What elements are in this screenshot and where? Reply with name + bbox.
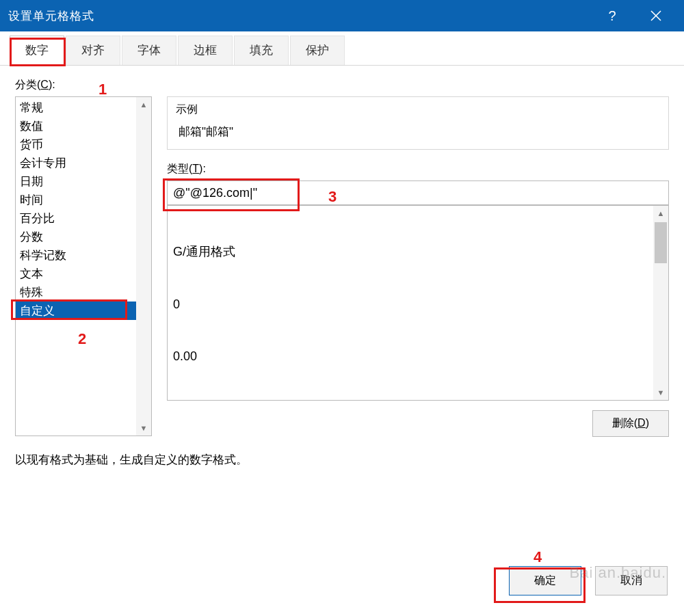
tab-protect[interactable]: 保护	[290, 36, 345, 65]
category-item[interactable]: 会计专用	[16, 154, 136, 172]
close-icon[interactable]	[639, 0, 673, 31]
tab-align[interactable]: 对齐	[66, 36, 120, 65]
category-label: 分类(C):	[15, 78, 55, 92]
category-item[interactable]: 货币	[16, 135, 136, 154]
category-item[interactable]: 文本	[16, 265, 136, 283]
category-item[interactable]: 分数	[16, 228, 136, 246]
type-input[interactable]	[167, 180, 669, 205]
format-item[interactable]: 0.00	[173, 348, 653, 366]
category-item[interactable]: 特殊	[16, 283, 136, 302]
category-item-custom[interactable]: 自定义	[16, 302, 136, 320]
tab-border[interactable]: 边框	[178, 36, 233, 65]
category-item[interactable]: 常规	[16, 98, 136, 117]
cancel-button[interactable]: 取消	[595, 566, 668, 595]
tab-font[interactable]: 字体	[122, 36, 176, 65]
format-listbox[interactable]: G/通用格式 0 0.00 #,##0 #,##0.00 _ * #,##0_ …	[167, 205, 669, 401]
category-item[interactable]: 时间	[16, 191, 136, 209]
category-listbox[interactable]: 常规 数值 货币 会计专用 日期 时间 百分比 分数 科学记数 文本 特殊 自定…	[15, 96, 152, 436]
hint-text: 以现有格式为基础，生成自定义的数字格式。	[15, 452, 669, 468]
title-bar: 设置单元格格式 ?	[0, 0, 684, 31]
example-value: 邮箱"邮箱"	[176, 124, 660, 139]
scroll-down-icon[interactable]: ▼	[136, 420, 151, 436]
format-item[interactable]: 0	[173, 296, 653, 314]
help-icon[interactable]: ?	[595, 0, 629, 31]
delete-button[interactable]: 删除(D)	[592, 410, 669, 437]
scroll-thumb[interactable]	[655, 222, 667, 263]
ok-button[interactable]: 确定	[509, 566, 581, 595]
dialog-content: 分类(C): 常规 数值 货币 会计专用 日期 时间 百分比 分数 科学记数 文…	[0, 66, 684, 468]
format-item[interactable]: G/通用格式	[173, 243, 653, 261]
scroll-up-icon[interactable]: ▲	[136, 97, 151, 112]
category-item[interactable]: 日期	[16, 172, 136, 191]
category-scrollbar[interactable]: ▲ ▼	[136, 97, 151, 436]
tab-fill[interactable]: 填充	[234, 36, 289, 65]
scroll-track[interactable]	[653, 265, 668, 385]
category-item[interactable]: 数值	[16, 117, 136, 135]
dialog-button-bar: 确定 取消	[509, 566, 668, 595]
scroll-down-icon[interactable]: ▼	[653, 385, 668, 400]
category-item[interactable]: 百分比	[16, 209, 136, 228]
example-title: 示例	[176, 103, 660, 117]
type-label: 类型(T):	[167, 162, 669, 176]
tab-number[interactable]: 数字	[10, 36, 64, 66]
window-title: 设置单元格格式	[8, 8, 94, 24]
annotation-number-4: 4	[534, 548, 542, 566]
tab-strip: 数字 对齐 字体 边框 填充 保护	[0, 31, 684, 66]
category-item[interactable]: 科学记数	[16, 246, 136, 265]
example-box: 示例 邮箱"邮箱"	[167, 96, 669, 150]
format-scrollbar[interactable]: ▲ ▼	[653, 206, 668, 400]
scroll-up-icon[interactable]: ▲	[653, 206, 668, 221]
